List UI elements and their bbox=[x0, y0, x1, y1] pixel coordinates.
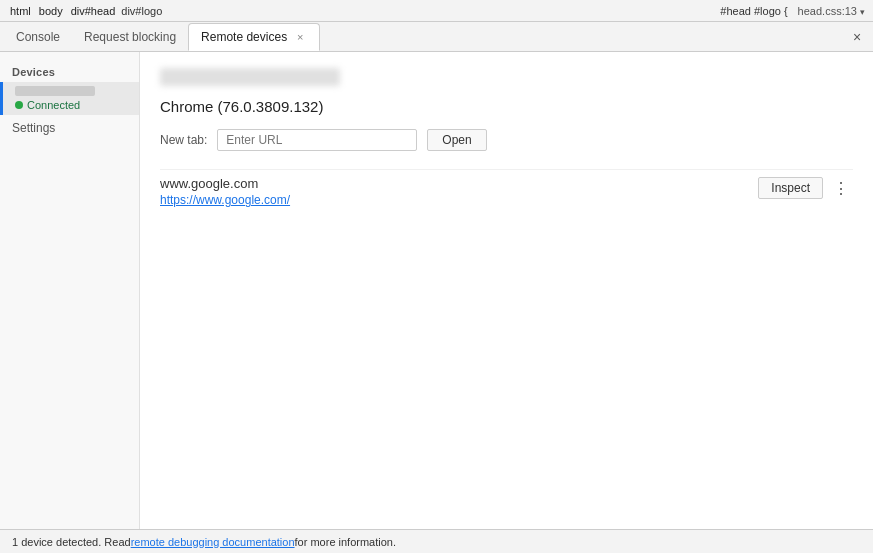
new-tab-label: New tab: bbox=[160, 133, 207, 147]
sidebar-settings-item[interactable]: Settings bbox=[0, 115, 139, 141]
tab-console-label: Console bbox=[16, 30, 60, 44]
chrome-version-label: Chrome (76.0.3809.132) bbox=[160, 98, 853, 115]
breadcrumb-divlogo[interactable]: div#logo bbox=[121, 5, 162, 17]
tabs-bar: Console Request blocking Remote devices … bbox=[0, 22, 873, 52]
status-suffix: for more information. bbox=[295, 536, 396, 548]
tab-entry-row: www.google.com https://www.google.com/ I… bbox=[160, 169, 853, 213]
tab-entry-url[interactable]: https://www.google.com/ bbox=[160, 193, 290, 207]
breadcrumb-divhead[interactable]: div#head bbox=[69, 5, 118, 17]
sidebar-device-item[interactable]: Connected bbox=[0, 82, 139, 115]
url-input[interactable] bbox=[217, 129, 417, 151]
sidebar-section-label: Devices bbox=[0, 60, 139, 82]
main-area: Devices Connected Settings Chrome (76.0.… bbox=[0, 52, 873, 529]
status-prefix: 1 device detected. Read bbox=[12, 536, 131, 548]
sidebar: Devices Connected Settings bbox=[0, 52, 140, 529]
tab-console[interactable]: Console bbox=[4, 23, 72, 51]
css-selector: #head #logo { bbox=[720, 5, 787, 17]
close-panel-button[interactable]: × bbox=[845, 25, 869, 49]
inspect-button[interactable]: Inspect bbox=[758, 177, 823, 199]
status-dot-icon bbox=[15, 101, 23, 109]
tab-request-blocking[interactable]: Request blocking bbox=[72, 23, 188, 51]
sidebar-device-name-blurred bbox=[15, 86, 95, 96]
breadcrumb-html[interactable]: html bbox=[8, 5, 33, 17]
device-name-blurred-bar bbox=[160, 68, 340, 86]
tab-close-icon[interactable]: × bbox=[293, 30, 307, 44]
more-options-icon[interactable]: ⋮ bbox=[829, 176, 853, 200]
css-file-ref[interactable]: head.css:13 ▾ bbox=[798, 5, 865, 17]
tab-entry-info: www.google.com https://www.google.com/ bbox=[160, 176, 290, 207]
breadcrumb-right: #head #logo { head.css:13 ▾ bbox=[720, 5, 865, 17]
breadcrumb-bar: html body div#head div#logo #head #logo … bbox=[0, 0, 873, 22]
tab-entry-actions: Inspect ⋮ bbox=[758, 176, 853, 200]
css-dropdown-arrow: ▾ bbox=[860, 7, 865, 17]
tab-remote-devices[interactable]: Remote devices × bbox=[188, 23, 320, 51]
tab-remote-devices-label: Remote devices bbox=[201, 30, 287, 44]
tab-request-blocking-label: Request blocking bbox=[84, 30, 176, 44]
content-panel: Chrome (76.0.3809.132) New tab: Open www… bbox=[140, 52, 873, 529]
open-button[interactable]: Open bbox=[427, 129, 486, 151]
status-bar: 1 device detected. Read remote debugging… bbox=[0, 529, 873, 553]
remote-debugging-link[interactable]: remote debugging documentation bbox=[131, 536, 295, 548]
breadcrumb-body[interactable]: body bbox=[37, 5, 65, 17]
sidebar-device-status: Connected bbox=[15, 99, 127, 111]
tab-entry-title: www.google.com bbox=[160, 176, 290, 191]
new-tab-row: New tab: Open bbox=[160, 129, 853, 151]
